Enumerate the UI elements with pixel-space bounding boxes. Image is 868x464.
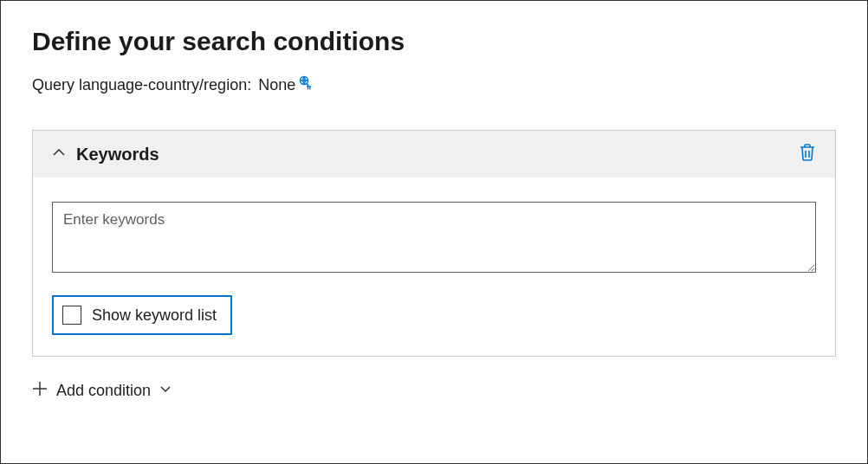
show-keyword-list-checkbox[interactable]: [62, 306, 81, 325]
show-keyword-list-label: Show keyword list: [92, 306, 217, 325]
add-condition-label: Add condition: [56, 382, 151, 400]
query-language-value: None: [258, 76, 295, 94]
keywords-panel-title: Keywords: [76, 145, 159, 164]
plus-icon: [32, 381, 48, 401]
query-language-label: Query language-country/region:: [32, 76, 251, 94]
chevron-down-icon: [159, 382, 172, 400]
page-title: Define your search conditions: [32, 27, 836, 56]
language-globe-icon[interactable]: [295, 75, 314, 95]
keywords-input[interactable]: [52, 202, 816, 273]
keywords-panel-body: Show keyword list: [33, 177, 835, 356]
keywords-panel-header[interactable]: Keywords: [33, 131, 835, 177]
chevron-up-icon: [52, 145, 66, 163]
query-language-row: Query language-country/region: None: [32, 75, 836, 95]
trash-icon[interactable]: [799, 143, 816, 165]
keywords-panel: Keywords Show keyword list: [32, 130, 836, 357]
show-keyword-list-toggle[interactable]: Show keyword list: [52, 295, 232, 335]
add-condition-button[interactable]: Add condition: [32, 381, 836, 401]
